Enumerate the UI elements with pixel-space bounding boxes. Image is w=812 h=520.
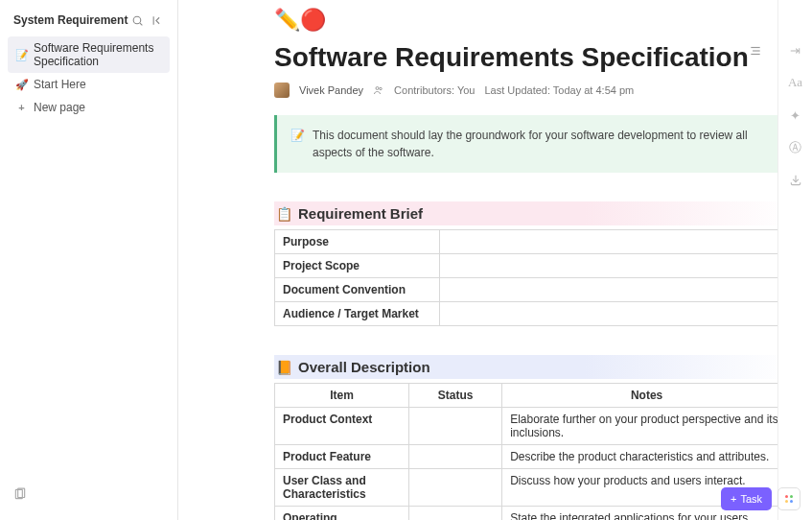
- cell-status[interactable]: [409, 469, 502, 507]
- contributors-value: You: [457, 84, 476, 96]
- table-requirement-brief[interactable]: PurposeProject ScopeDocument ConventionA…: [274, 229, 792, 326]
- sidebar-item-srs[interactable]: 📝 Software Requirements Specification: [8, 36, 170, 73]
- cell-label: Document Convention: [275, 278, 440, 302]
- svg-point-8: [376, 87, 379, 90]
- doc-meta: Vivek Pandey Contributors: You Last Upda…: [274, 83, 792, 98]
- section-requirement-brief: 📋 Requirement Brief: [274, 201, 792, 225]
- cell-label: Audience / Target Market: [275, 302, 440, 326]
- toc-icon[interactable]: [749, 44, 762, 61]
- cell-value[interactable]: [440, 230, 792, 254]
- task-label: Task: [740, 493, 762, 505]
- contributors-icon: [373, 84, 384, 96]
- translate-icon[interactable]: Ⓐ: [788, 140, 803, 155]
- table-row[interactable]: User Class and CharacteristicsDiscuss ho…: [275, 469, 792, 507]
- section-overall-description: 📙 Overall Description: [274, 355, 792, 379]
- cell-value[interactable]: [440, 254, 792, 278]
- sidebar-item-start[interactable]: 🚀 Start Here: [8, 73, 170, 96]
- section-title: Requirement Brief: [298, 205, 423, 222]
- apps-icon: [785, 495, 793, 503]
- docs-icon[interactable]: [13, 487, 27, 501]
- svg-point-0: [133, 16, 141, 24]
- new-page-label: New page: [34, 101, 85, 114]
- callout[interactable]: 📝 This document should lay the groundwor…: [274, 115, 792, 173]
- cell-item: Operating environment: [275, 507, 409, 521]
- right-rail: ⇥ Aa ✦ Ⓐ: [777, 0, 812, 520]
- sparkle-icon[interactable]: ✦: [788, 107, 803, 123]
- col-status: Status: [409, 384, 502, 408]
- rocket-icon: 🚀: [15, 79, 28, 91]
- task-button[interactable]: + Task: [721, 487, 772, 510]
- avatar: [274, 83, 290, 98]
- page-emoji[interactable]: ✏️🔴: [274, 8, 792, 33]
- last-updated-value: Today at 4:54 pm: [553, 84, 634, 96]
- author-name: Vivek Pandey: [299, 84, 363, 96]
- section-title: Overall Description: [298, 359, 430, 375]
- page-title[interactable]: Software Requirements Specification: [274, 42, 792, 73]
- cell-item: Product Context: [275, 408, 409, 445]
- workspace-title: System Requirement: [13, 13, 128, 27]
- doc-icon: 📝: [15, 49, 28, 61]
- callout-text: This document should lay the groundwork …: [313, 127, 778, 161]
- expand-icon[interactable]: ⇥: [788, 42, 803, 58]
- export-icon[interactable]: [788, 173, 803, 188]
- cell-label: Project Scope: [275, 254, 440, 278]
- table-row[interactable]: Operating environmentState the integrate…: [275, 507, 792, 521]
- memo-icon: 📝: [290, 127, 305, 161]
- plus-icon: +: [15, 102, 28, 114]
- sidebar-footer: [8, 482, 170, 510]
- last-updated-label: Last Updated:: [484, 84, 550, 96]
- col-item: Item: [275, 384, 409, 408]
- table-row[interactable]: Purpose: [275, 230, 792, 254]
- sidebar-item-label: Start Here: [34, 78, 86, 91]
- cell-notes[interactable]: Describe the product characteristics and…: [502, 445, 792, 469]
- clipboard-icon: 📋: [276, 206, 292, 222]
- table-row[interactable]: Audience / Target Market: [275, 302, 792, 326]
- svg-point-9: [380, 87, 383, 90]
- cell-value[interactable]: [440, 302, 792, 326]
- table-overall-description[interactable]: Item Status Notes Product ContextElabora…: [274, 383, 792, 520]
- table-row[interactable]: Product ContextElaborate further on your…: [275, 408, 792, 445]
- cell-label: Purpose: [275, 230, 440, 254]
- cell-notes[interactable]: Elaborate further on your product perspe…: [502, 408, 792, 445]
- table-row[interactable]: Document Convention: [275, 278, 792, 302]
- apps-button[interactable]: [777, 487, 800, 510]
- sidebar-header: System Requirement: [8, 10, 170, 36]
- font-icon[interactable]: Aa: [788, 75, 803, 90]
- cell-item: Product Feature: [275, 445, 409, 469]
- col-notes: Notes: [502, 384, 792, 408]
- new-page-button[interactable]: + New page: [8, 96, 170, 119]
- cell-status[interactable]: [409, 507, 502, 521]
- sidebar: System Requirement 📝 Software Requiremen…: [0, 0, 178, 520]
- cell-item: User Class and Characteristics: [275, 469, 409, 507]
- cell-status[interactable]: [409, 445, 502, 469]
- table-row[interactable]: Project Scope: [275, 254, 792, 278]
- floating-actions: + Task: [721, 487, 800, 510]
- sidebar-item-label: Software Requirements Specification: [34, 41, 162, 68]
- svg-line-1: [140, 23, 142, 25]
- main-content: ✏️🔴 Software Requirements Specification …: [178, 0, 812, 520]
- cell-value[interactable]: [440, 278, 792, 302]
- book-icon: 📙: [276, 360, 292, 375]
- plus-icon: +: [731, 493, 736, 505]
- search-icon[interactable]: [131, 14, 144, 27]
- contributors-label: Contributors:: [394, 84, 454, 96]
- collapse-icon[interactable]: [151, 14, 164, 27]
- table-row[interactable]: Product FeatureDescribe the product char…: [275, 445, 792, 469]
- cell-status[interactable]: [409, 408, 502, 445]
